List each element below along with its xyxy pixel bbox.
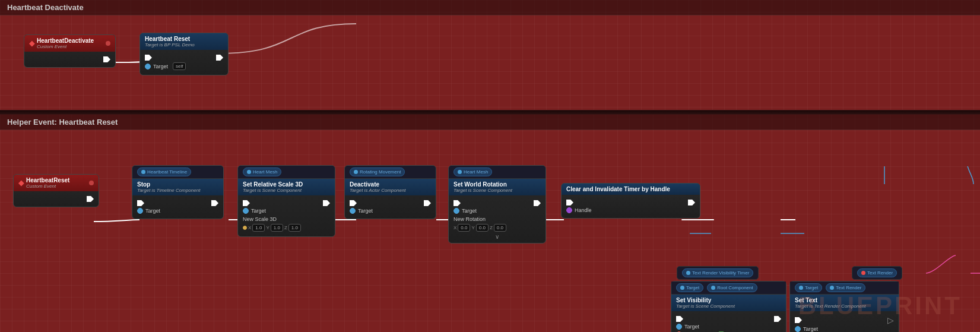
exec-out (774, 316, 781, 322)
node-header-deactivate: Deactivate Target is Actor Component (345, 179, 436, 195)
section-title-deactivate: Heartbeat Deactivate (0, 0, 980, 15)
target-pin (453, 208, 459, 214)
target-in-pin (145, 64, 151, 69)
node-header-clear-timer: Clear and Invalidate Timer by Handle (562, 184, 700, 195)
ref-pill-rotating-movement: Rotating Movement (350, 167, 405, 176)
exec-out-pin (103, 56, 110, 62)
target-pin-row: Target self (145, 62, 223, 70)
handle-pin (566, 207, 572, 213)
node-heartbeat-reset-call[interactable]: Heartbeat Reset Target is BP PSL Demo Ta… (139, 33, 229, 75)
section-divider (0, 110, 980, 115)
section-deactivate: Heartbeat Deactivate ◆ HeartbeatDeactiva… (0, 0, 980, 110)
exec-out (688, 200, 695, 205)
ref-pill-heart-mesh-1: Heart Mesh (243, 167, 281, 176)
ref-pill-text-render-above: Text Render (857, 268, 897, 277)
exec-in-row (145, 55, 223, 61)
exec-in (137, 200, 144, 206)
node-header-set-visibility: Set Visibility Target is Scene Component (671, 295, 786, 311)
exec-out (211, 200, 218, 206)
node-header-set-scale: Set Relative Scale 3D Target is Scene Co… (238, 179, 335, 195)
exec-out (534, 200, 541, 206)
node-header-hb-reset: Heartbeat Reset Target is BP PSL Demo (140, 33, 228, 50)
node-stop[interactable]: Heartbeat Timeline Stop Target is Timeli… (132, 165, 224, 219)
exec-out-pin (87, 196, 94, 202)
node-set-relative-scale[interactable]: Heart Mesh Set Relative Scale 3D Target … (237, 165, 335, 237)
ref-pill-heart-mesh-2: Heart Mesh (453, 167, 492, 176)
exec-in-pin (145, 55, 152, 61)
ref-pill-text-render: Text Render (826, 283, 865, 292)
ref-pill-target-label: Target (795, 283, 822, 292)
node-set-text[interactable]: Target Text Render Set Text Target is Te… (789, 281, 899, 332)
target-pin (137, 208, 143, 214)
node-header-stop: Stop Target is Timeline Component (132, 179, 223, 195)
exec-out (323, 200, 330, 206)
node-set-world-rotation[interactable]: Heart Mesh Set World Rotation Target is … (448, 165, 546, 244)
exec-in (350, 200, 357, 206)
exec-in (453, 200, 461, 206)
node-header-set-text: Set Text Target is Text Render Component (790, 295, 899, 311)
exec-in (566, 200, 573, 205)
node-header-reset-event: ◆ HeartbeatReset Custom Event (14, 175, 99, 191)
ref-pill-root-component-2: Root Component (707, 283, 757, 292)
target-pin (350, 208, 356, 214)
node-set-visibility[interactable]: Target Root Component Set Visibility Tar… (671, 281, 786, 332)
node-deactivate[interactable]: Rotating Movement Deactivate Target is A… (344, 165, 436, 219)
node-heartbeat-reset-event[interactable]: ◆ HeartbeatReset Custom Event (13, 174, 99, 207)
target-pin (795, 326, 801, 332)
exec-in (243, 200, 250, 206)
target-pin (676, 324, 682, 330)
node-header-hb-deactivate: ◆ HeartbeatDeactivate Custom Event (24, 35, 115, 52)
node-clear-timer[interactable]: Clear and Invalidate Timer by Handle Han… (561, 183, 700, 219)
blueprint-canvas: Heartbeat Deactivate ◆ HeartbeatDeactiva… (0, 0, 980, 332)
section-title-helper: Helper Event: Heartbeat Reset (0, 115, 980, 130)
ref-pill-visibility-timer: Text Render Visibility Timer (682, 268, 753, 277)
target-pin (243, 208, 249, 214)
section-helper-event: Helper Event: Heartbeat Reset ◆ Heartbea… (0, 115, 980, 332)
ref-pill-heartbeat-timeline: Heartbeat Timeline (137, 167, 191, 176)
node-header-set-rotation: Set World Rotation Target is Scene Compo… (449, 179, 545, 195)
exec-in (676, 316, 683, 322)
scale-pin (243, 226, 247, 230)
node-heartbeat-deactivate-event[interactable]: ◆ HeartbeatDeactivate Custom Event (24, 34, 116, 68)
exec-in (795, 317, 802, 323)
exec-out (424, 200, 431, 206)
exec-out-pin (216, 55, 223, 61)
ref-pill-root-component: Target (676, 283, 703, 292)
